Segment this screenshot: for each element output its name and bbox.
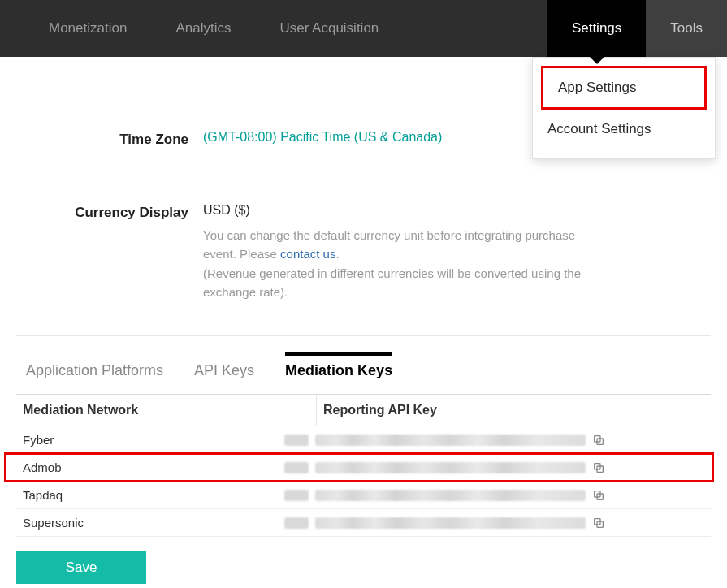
nav-tools[interactable]: Tools [646, 0, 727, 57]
cell-api-key [284, 434, 711, 447]
currency-hint-post: . [335, 247, 339, 261]
dropdown-account-settings[interactable]: Account Settings [533, 110, 715, 149]
currency-hint: You can change the default currency unit… [203, 226, 593, 301]
tab-mediation-keys[interactable]: Mediation Keys [285, 352, 392, 386]
cell-api-key [284, 517, 711, 530]
top-nav: Monetization Analytics User Acquisition … [0, 0, 727, 57]
timezone-link[interactable]: (GMT-08:00) Pacific Time (US & Canada) [203, 130, 442, 144]
nav-spacer [403, 0, 547, 57]
currency-hint-note: (Revenue generated in different currenci… [203, 266, 581, 299]
table-row: Fyber [16, 426, 711, 454]
settings-dropdown: App Settings Account Settings [532, 57, 716, 159]
api-key-obscured [315, 490, 586, 501]
value-currency: USD ($) You can change the default curre… [203, 203, 711, 301]
copy-icon[interactable] [592, 434, 605, 447]
row-currency: Currency Display USD ($) You can change … [16, 158, 711, 311]
cell-api-key [284, 461, 711, 474]
nav-settings[interactable]: Settings [547, 0, 646, 57]
nav-monetization[interactable]: Monetization [24, 0, 151, 57]
cell-network: Admob [16, 460, 284, 474]
nav-analytics[interactable]: Analytics [151, 0, 255, 57]
dropdown-app-settings[interactable]: App Settings [541, 66, 707, 110]
label-currency: Currency Display [16, 203, 203, 301]
api-key-obscured [315, 462, 586, 473]
copy-icon[interactable] [592, 517, 605, 530]
api-key-id-obscured [284, 462, 309, 473]
currency-hint-pre: You can change the default currency unit… [203, 228, 575, 261]
copy-icon[interactable] [592, 461, 605, 474]
tab-application-platforms[interactable]: Application Platforms [26, 356, 163, 386]
api-key-obscured [315, 435, 586, 446]
header-mediation-network: Mediation Network [16, 395, 317, 426]
copy-icon[interactable] [592, 489, 605, 502]
table-row: Admob [16, 454, 711, 482]
tab-api-keys[interactable]: API Keys [194, 356, 254, 386]
label-timezone: Time Zone [16, 130, 203, 148]
nav-user-acquisition[interactable]: User Acquisition [255, 0, 403, 57]
api-key-id-obscured [284, 517, 309, 529]
table-header: Mediation Network Reporting API Key [16, 394, 711, 426]
cell-network: Fyber [16, 433, 284, 447]
cell-api-key [284, 489, 711, 502]
tabs: Application Platforms API Keys Mediation… [16, 336, 711, 394]
header-reporting-api-key: Reporting API Key [317, 395, 711, 426]
cell-network: Tapdaq [16, 488, 284, 502]
api-key-id-obscured [284, 490, 309, 501]
contact-us-link[interactable]: contact us [280, 247, 335, 261]
api-key-id-obscured [284, 435, 309, 446]
api-key-obscured [315, 517, 586, 529]
save-button[interactable]: Save [16, 551, 146, 584]
table-row: Supersonic [16, 509, 711, 537]
mediation-table: Mediation Network Reporting API Key Fybe… [16, 394, 711, 537]
cell-network: Supersonic [16, 516, 284, 530]
table-row: Tapdaq [16, 482, 711, 509]
currency-value: USD ($) [203, 203, 250, 217]
